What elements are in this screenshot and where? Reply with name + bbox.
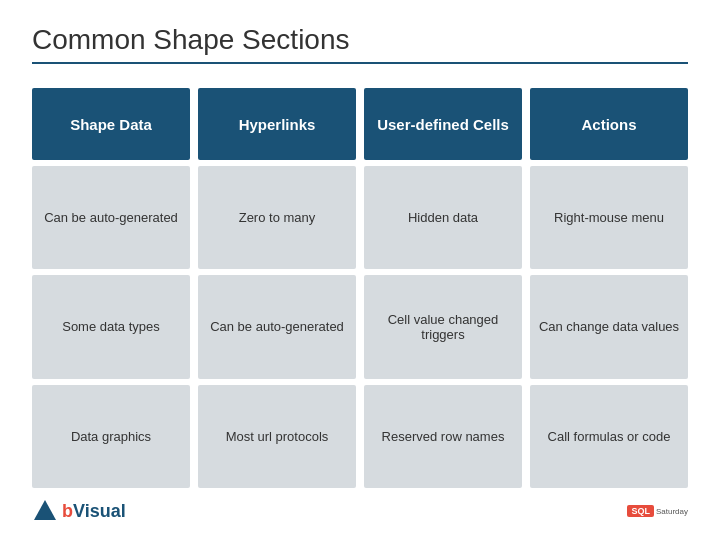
cell-actions-0: Right-mouse menu (530, 166, 688, 269)
cell-shape-data-0: Can be auto-generated (32, 166, 190, 269)
sql-saturday-text: Saturday (656, 507, 688, 516)
page-container: Common Shape Sections Shape DataCan be a… (0, 0, 720, 540)
cell-shape-data-2: Data graphics (32, 385, 190, 488)
svg-marker-0 (34, 500, 56, 520)
col-header-shape-data: Shape Data (32, 88, 190, 160)
cell-user-defined-0: Hidden data (364, 166, 522, 269)
cell-user-defined-2: Reserved row names (364, 385, 522, 488)
cell-user-defined-1: Cell value changed triggers (364, 275, 522, 378)
content-grid: Shape DataCan be auto-generatedSome data… (32, 88, 688, 488)
brand-text: bVisual (62, 501, 126, 522)
column-user-defined: User-defined CellsHidden dataCell value … (364, 88, 522, 488)
column-shape-data: Shape DataCan be auto-generatedSome data… (32, 88, 190, 488)
brand-triangle-icon (32, 498, 58, 524)
brand-b: b (62, 501, 73, 521)
column-actions: ActionsRight-mouse menuCan change data v… (530, 88, 688, 488)
cell-shape-data-1: Some data types (32, 275, 190, 378)
cell-actions-2: Call formulas or code (530, 385, 688, 488)
cell-hyperlinks-1: Can be auto-generated (198, 275, 356, 378)
col-header-user-defined: User-defined Cells (364, 88, 522, 160)
sql-badge-inner: SQL Saturday (627, 505, 688, 517)
footer: bVisual SQL Saturday (32, 498, 688, 524)
sql-box-label: SQL (627, 505, 654, 517)
column-hyperlinks: HyperlinksZero to manyCan be auto-genera… (198, 88, 356, 488)
sql-saturday-line: Saturday (656, 507, 688, 516)
title-area: Common Shape Sections (32, 24, 688, 80)
sql-saturday-badge: SQL Saturday (627, 505, 688, 517)
cell-hyperlinks-2: Most url protocols (198, 385, 356, 488)
title-divider (32, 62, 688, 64)
col-header-hyperlinks: Hyperlinks (198, 88, 356, 160)
brand-logo: bVisual (32, 498, 126, 524)
page-title: Common Shape Sections (32, 24, 688, 56)
cell-hyperlinks-0: Zero to many (198, 166, 356, 269)
col-header-actions: Actions (530, 88, 688, 160)
cell-actions-1: Can change data values (530, 275, 688, 378)
